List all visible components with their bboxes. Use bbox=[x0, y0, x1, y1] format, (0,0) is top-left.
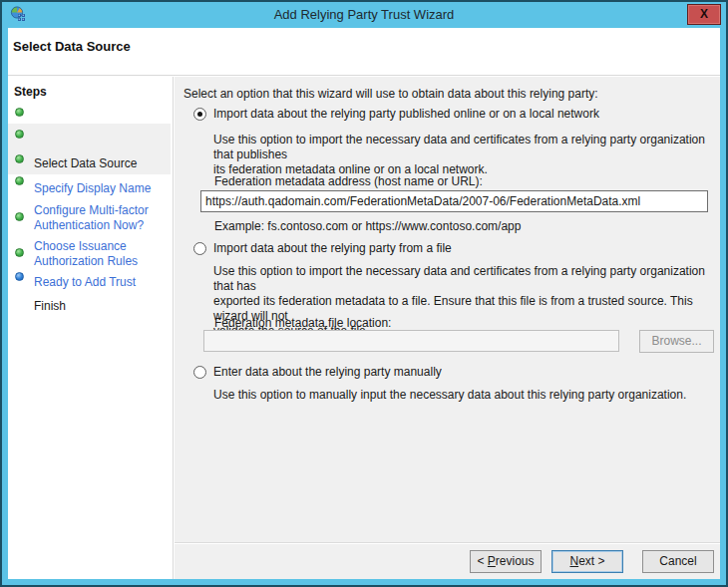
radio-import-online-label: Import data about the relying party publ… bbox=[213, 107, 599, 121]
radio-import-file-label: Import data about the relying party from… bbox=[213, 241, 452, 255]
wizard-window: Add Relying Party Trust Wizard X Select … bbox=[0, 0, 728, 587]
page-title: Select Data Source bbox=[13, 39, 131, 54]
next-button-post: ext > bbox=[578, 554, 604, 568]
step-done-icon bbox=[15, 108, 24, 117]
option-manual-description: Use this option to manually input the ne… bbox=[213, 388, 720, 403]
footer-divider bbox=[175, 542, 720, 544]
window-title: Add Relying Party Trust Wizard bbox=[2, 2, 726, 28]
previous-button-key: P bbox=[488, 554, 496, 568]
content-pane: Select an option that this wizard will u… bbox=[175, 77, 720, 579]
intro-text: Select an option that this wizard will u… bbox=[183, 87, 598, 101]
close-icon[interactable]: X bbox=[687, 4, 721, 25]
metadata-address-label: Federation metadata address (host name o… bbox=[214, 174, 483, 188]
step-done-icon bbox=[15, 130, 24, 139]
browse-button[interactable]: Browse... bbox=[639, 330, 714, 353]
step-done-icon bbox=[15, 176, 24, 185]
previous-button-post: revious bbox=[496, 554, 535, 568]
radio-enter-manually-label: Enter data about the relying party manua… bbox=[213, 365, 442, 379]
page-header: Select Data Source bbox=[8, 28, 720, 76]
example-text: Example: fs.contoso.com or https://www.c… bbox=[214, 219, 521, 233]
step-finish: Finish bbox=[8, 266, 171, 317]
radio-import-file[interactable] bbox=[193, 242, 206, 255]
option-online-description: Use this option to import the necessary … bbox=[213, 133, 720, 177]
steps-sidebar: Steps Welcome Select Data Source Specify… bbox=[8, 77, 174, 579]
step-done-icon bbox=[15, 154, 24, 163]
title-bar: Add Relying Party Trust Wizard X bbox=[2, 2, 726, 28]
previous-button[interactable]: < Previous bbox=[470, 550, 542, 573]
step-final-icon bbox=[15, 272, 24, 281]
previous-button-pre: < bbox=[477, 554, 487, 568]
next-button-key: N bbox=[569, 554, 578, 568]
steps-heading: Steps bbox=[14, 85, 47, 99]
radio-import-online[interactable] bbox=[193, 108, 206, 121]
dialog-body: Select Data Source Steps Welcome Select … bbox=[8, 28, 720, 579]
metadata-address-input[interactable] bbox=[200, 190, 708, 212]
metadata-file-input[interactable] bbox=[203, 330, 619, 352]
cancel-button[interactable]: Cancel bbox=[642, 550, 714, 573]
radio-enter-manually[interactable] bbox=[193, 366, 206, 379]
next-button[interactable]: Next > bbox=[551, 550, 623, 573]
metadata-file-label: Federation metadata file location: bbox=[214, 316, 391, 330]
step-done-icon bbox=[15, 248, 24, 257]
step-done-icon bbox=[15, 212, 24, 221]
step-label: Finish bbox=[34, 299, 66, 313]
